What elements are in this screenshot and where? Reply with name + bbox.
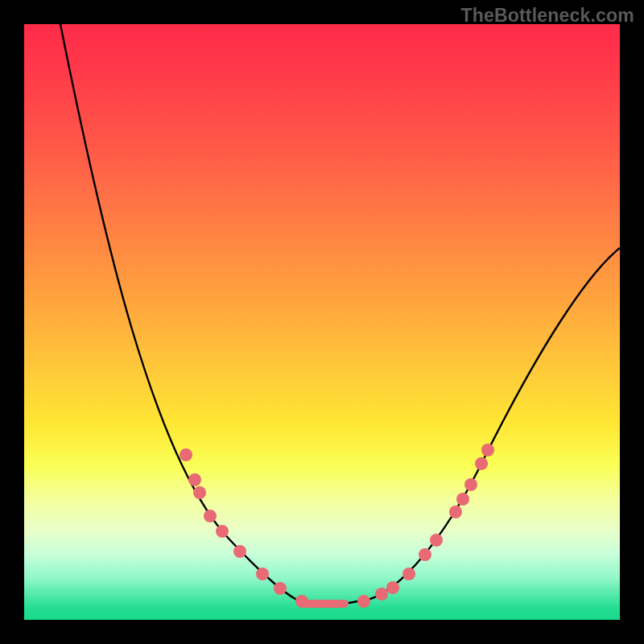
data-point <box>481 444 494 456</box>
data-point <box>430 534 443 547</box>
dots-left-group <box>180 448 308 608</box>
curve-left <box>60 24 345 604</box>
data-point <box>475 457 488 470</box>
data-point <box>256 568 269 580</box>
data-point <box>193 486 206 499</box>
data-point <box>216 525 229 538</box>
chart-svg <box>24 24 620 620</box>
chart-frame <box>24 24 620 620</box>
curve-right <box>345 248 620 604</box>
dots-right-group <box>357 444 494 608</box>
watermark-text: TheBottleneck.com <box>460 5 634 27</box>
data-point <box>188 473 201 486</box>
data-point <box>456 493 469 506</box>
data-point <box>233 545 246 558</box>
data-point <box>274 582 287 595</box>
data-point <box>357 595 370 608</box>
data-point <box>204 510 217 522</box>
data-point <box>295 595 308 608</box>
data-point <box>449 506 462 518</box>
data-point <box>419 548 431 561</box>
data-point <box>464 478 477 491</box>
data-point <box>180 448 192 461</box>
data-point <box>402 568 415 580</box>
data-point <box>386 581 399 594</box>
data-point <box>375 588 388 601</box>
